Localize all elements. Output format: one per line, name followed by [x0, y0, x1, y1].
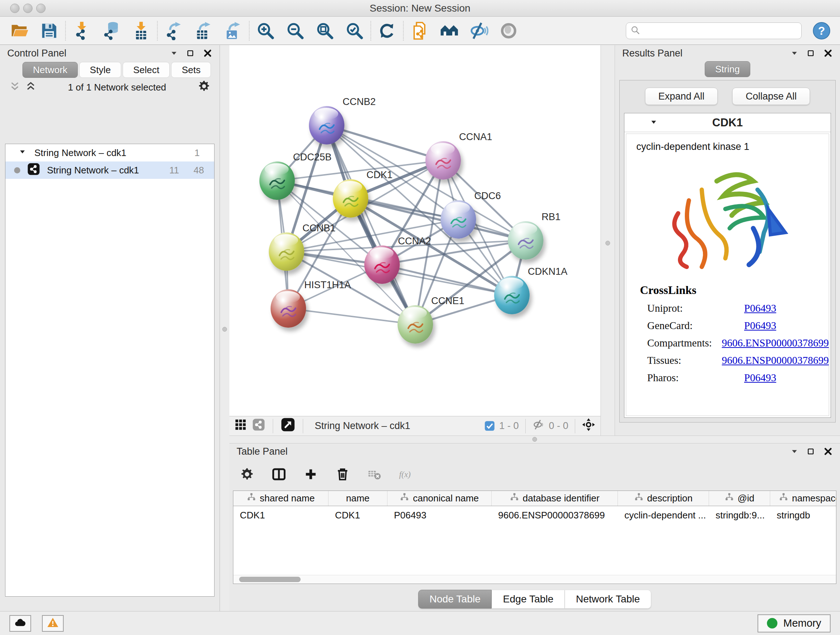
add-column-icon[interactable] [304, 467, 317, 483]
crosslink-link[interactable]: 9606.ENSP00000378699 [722, 337, 829, 349]
tab-network[interactable]: Network [22, 62, 78, 78]
node-rb1[interactable] [508, 221, 543, 260]
hide-selected-icon[interactable] [469, 21, 489, 41]
splitter-handle[interactable] [223, 327, 227, 332]
horizontal-splitter[interactable] [229, 435, 840, 443]
collection-expander-icon[interactable] [19, 147, 27, 158]
table-cell[interactable]: stringdb [770, 506, 836, 524]
window-minimize-button[interactable] [23, 4, 33, 13]
splitter-handle[interactable] [606, 241, 610, 245]
panel-menu-icon[interactable] [791, 50, 798, 57]
node-cdc6[interactable] [441, 200, 476, 239]
crosslink-link[interactable]: P06493 [744, 302, 776, 314]
tab-sets[interactable]: Sets [171, 62, 211, 78]
node-ccna2[interactable] [364, 245, 400, 284]
node-ccne1[interactable] [398, 305, 433, 344]
detach-view-icon[interactable] [281, 418, 295, 434]
show-columns-icon[interactable] [271, 467, 286, 483]
search-input[interactable] [644, 25, 798, 36]
table-cell[interactable]: CDK1 [233, 506, 328, 524]
birdseye-grid-icon[interactable] [234, 418, 247, 433]
splitter-handle[interactable] [532, 437, 537, 442]
tab-select[interactable]: Select [123, 62, 170, 78]
cloud-button[interactable] [9, 615, 31, 632]
panel-menu-icon[interactable] [171, 50, 178, 57]
node-ccnb2[interactable] [309, 106, 344, 144]
export-table-icon[interactable] [193, 21, 213, 41]
warnings-button[interactable] [42, 615, 64, 632]
collapse-all-icon[interactable] [9, 81, 20, 94]
panel-float-icon[interactable] [807, 49, 815, 57]
crosslink-link[interactable]: 9606.ENSP00000378699 [722, 355, 829, 366]
node-details-header[interactable]: CDK1 [624, 113, 831, 132]
scrollbar-thumb[interactable] [239, 577, 301, 582]
node-ccna1[interactable] [425, 141, 461, 180]
first-neighbors-icon[interactable] [409, 21, 430, 41]
table-cell[interactable]: P06493 [387, 506, 492, 524]
open-session-icon[interactable] [9, 21, 30, 41]
crosslink-link[interactable]: P06493 [744, 320, 776, 332]
panel-close-icon[interactable] [823, 447, 833, 456]
expand-all-icon[interactable] [25, 81, 36, 94]
table-options-gear-icon[interactable] [240, 467, 254, 483]
window-close-button[interactable] [10, 4, 19, 13]
crosslink-link[interactable]: P06493 [744, 372, 776, 384]
table-row[interactable]: CDK1CDK1P064939606.ENSP00000378699cyclin… [233, 506, 836, 524]
column-header-canonical-name[interactable]: canonical name [387, 491, 492, 506]
table-cell[interactable]: stringdb:9... [709, 506, 770, 524]
export-image-icon[interactable] [223, 21, 243, 41]
help-button[interactable]: ? [813, 22, 831, 40]
table-cell[interactable]: cyclin-dependent ... [618, 506, 709, 524]
node-cdk1[interactable] [333, 179, 368, 218]
hidden-items-icon[interactable] [532, 418, 545, 433]
panel-float-icon[interactable] [807, 448, 815, 455]
table-cell[interactable]: 9606.ENSP00000378699 [492, 506, 618, 524]
column-header-namespace[interactable]: namespace [770, 491, 836, 506]
zoom-selected-icon[interactable] [344, 21, 365, 41]
tab-style[interactable]: Style [79, 62, 121, 78]
vertical-splitter-left[interactable] [220, 45, 229, 611]
tab-edge-table[interactable]: Edge Table [492, 590, 565, 608]
network-options-gear-icon[interactable] [198, 80, 210, 95]
refresh-view-icon[interactable] [377, 21, 397, 41]
memory-button[interactable]: Memory [758, 614, 831, 632]
save-session-icon[interactable] [39, 21, 59, 41]
column-header-description[interactable]: description [618, 491, 709, 506]
column-header-name[interactable]: name [328, 491, 387, 506]
show-eye-icon[interactable] [499, 21, 519, 41]
network-row-selected[interactable]: String Network – cdk1 11 48 [5, 162, 214, 179]
table-cell[interactable]: CDK1 [328, 506, 387, 524]
node-hist1h1a[interactable] [271, 289, 306, 328]
import-network-file-icon[interactable] [72, 21, 92, 41]
import-network-database-icon[interactable] [101, 21, 122, 41]
vertical-splitter-right[interactable] [600, 45, 615, 435]
network-edges[interactable] [229, 45, 600, 416]
panel-menu-icon[interactable] [791, 448, 798, 455]
tab-network-table[interactable]: Network Table [565, 590, 651, 608]
zoom-in-icon[interactable] [256, 21, 276, 41]
panel-close-icon[interactable] [203, 49, 212, 58]
window-zoom-button[interactable] [36, 4, 46, 13]
network-collection-row[interactable]: String Network – cdk1 1 [5, 144, 214, 162]
delete-column-icon[interactable] [335, 467, 350, 483]
panel-close-icon[interactable] [823, 49, 833, 58]
selected-nodes-checkbox[interactable] [485, 421, 495, 431]
import-table-file-icon[interactable] [131, 21, 151, 41]
table-horizontal-scrollbar[interactable] [233, 575, 836, 584]
panel-float-icon[interactable] [186, 49, 194, 57]
expand-all-button[interactable]: Expand All [645, 88, 718, 105]
network-canvas[interactable]: CCNB2CCNA1CDC25BCDK1CDC6RB1CCNB1CCNA2CDK… [229, 45, 600, 416]
zoom-out-icon[interactable] [285, 21, 305, 41]
collapse-all-button[interactable]: Collapse All [732, 88, 810, 105]
zoom-fit-icon[interactable] [315, 21, 335, 41]
column-header-database-identifier[interactable]: database identifier [492, 491, 618, 506]
node-table[interactable]: shared namenamecanonical namedatabase id… [233, 491, 836, 584]
search-box[interactable] [626, 22, 802, 39]
show-all-homes-icon[interactable] [439, 21, 459, 41]
column-header-shared-name[interactable]: shared name [233, 491, 328, 506]
fit-selected-crosshair-icon[interactable] [582, 418, 595, 434]
node-ccnb1[interactable] [269, 233, 304, 271]
export-network-icon[interactable] [164, 21, 184, 41]
tab-string[interactable]: String [705, 61, 750, 77]
node-cdkn1a[interactable] [494, 276, 530, 314]
